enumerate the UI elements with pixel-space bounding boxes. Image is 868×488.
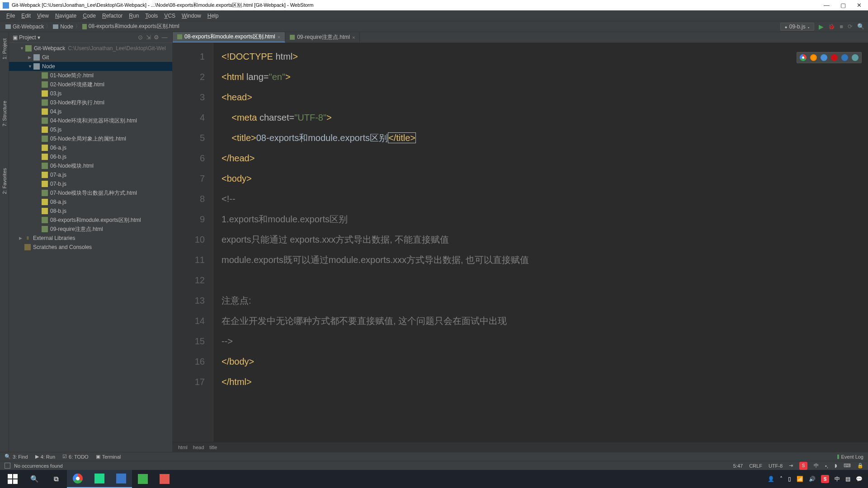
opera-icon[interactable] [831,54,838,61]
menu-file[interactable]: File [4,12,18,20]
task-view-button[interactable]: ⧉ [45,470,67,488]
tree-item[interactable]: 08-b.js [9,206,172,216]
menu-refactor[interactable]: Refactor [99,12,125,20]
find-tool-button[interactable]: 🔍 3: Find [5,454,28,460]
code-line[interactable]: <meta charset="UTF-8"> [222,108,868,128]
tree-item[interactable]: 05.js [9,125,172,134]
code-editor[interactable]: 1234567891011121314151617 <!DOCTYPE html… [173,43,868,442]
editor-tab[interactable]: 09-require注意点.html× [285,32,360,42]
notifications-icon[interactable]: 💬 [856,476,863,482]
menu-edit[interactable]: Edit [19,12,33,20]
debug-button[interactable]: 🐞 [828,23,835,30]
app3-taskbar[interactable] [110,470,132,488]
code-line[interactable]: <!-- [222,189,868,209]
tree-external-libraries[interactable]: ▶⫴External Libraries [9,234,172,243]
tree-item[interactable]: 06-a.js [9,143,172,152]
caret-position[interactable]: 5:47 [733,463,743,469]
tree-item[interactable]: 06-b.js [9,152,172,161]
project-tree[interactable]: ▼Git-WebpackC:\Users\Jonathan_Lee\Deskto… [9,43,172,452]
chrome-taskbar[interactable] [67,470,89,488]
ime-punct[interactable]: •, [825,463,828,469]
code-line[interactable]: 💡 <title>08-exports和module.exports区别</ti… [222,128,868,148]
close-tab-icon[interactable]: × [278,34,280,40]
editor-crumb-html[interactable]: html [178,445,188,450]
search-button[interactable]: 🔍 [24,470,45,488]
tree-item[interactable]: 06-Node模块.html [9,161,172,170]
tool-windows-toggle[interactable] [5,463,10,469]
code-line[interactable]: </body> [222,352,868,372]
ime-full[interactable]: ◗ [835,463,837,469]
event-log-button[interactable]: Event Log [837,454,863,460]
toolstrip-structure[interactable]: 7: Structure [2,98,7,129]
settings-icon[interactable]: ⚙ [152,34,160,41]
tree-item[interactable]: 01-Node简介.html [9,71,172,80]
code-line[interactable]: exports只能通过 exports.xxx方式导出数据, 不能直接赋值 [222,230,868,250]
menu-help[interactable]: Help [205,12,222,20]
readonly-lock-icon[interactable]: 🔒 [857,463,863,469]
tree-item[interactable]: 08-a.js [9,197,172,206]
select-opened-file-icon[interactable]: ⊙ [136,34,144,41]
editor-crumb-head[interactable]: head [193,445,204,450]
tree-item[interactable]: 09-require注意点.html [9,225,172,234]
menu-view[interactable]: View [34,12,52,20]
menu-navigate[interactable]: Navigate [52,12,79,20]
menu-window[interactable]: Window [179,12,204,20]
code-content[interactable]: <!DOCTYPE html><html lang="en"><head> <m… [213,43,868,442]
update-button[interactable]: ⟳ [848,23,853,30]
sogou-tray-icon[interactable]: S [821,475,829,483]
hide-panel-icon[interactable]: — [160,34,169,41]
code-line[interactable]: <body> [222,169,868,189]
close-tab-icon[interactable]: × [352,35,355,40]
people-icon[interactable]: 👤 [768,476,774,482]
indent-config[interactable]: ⇥ [789,463,793,469]
tree-item[interactable]: 07-Node模块导出数据几种方式.html [9,188,172,197]
volume-icon[interactable]: 🔊 [809,476,816,482]
chrome-icon[interactable] [800,54,807,61]
run-button[interactable]: ▶ [819,23,824,30]
code-line[interactable]: 注意点: [222,291,868,311]
tree-item[interactable]: 04.js [9,107,172,116]
breadcrumb-root[interactable]: Git-Webpack [4,23,46,30]
code-line[interactable]: <head> [222,87,868,108]
menu-tools[interactable]: Tools [142,12,160,20]
code-line[interactable] [222,270,868,291]
tree-item[interactable]: 03.js [9,89,172,98]
tree-item[interactable]: ▶Git [9,53,172,62]
ime-indicator-ide[interactable]: S [799,462,807,470]
editor-crumb-title[interactable]: title [209,445,217,450]
system-tray[interactable]: 👤 ˄ ▯ 📶 🔊 S 中 ▤ 💬 [768,475,866,483]
search-everywhere-button[interactable]: 🔍 [857,23,864,30]
wifi-icon[interactable]: 📶 [797,476,803,482]
code-line[interactable]: 在企业开发中无论哪种方式都不要直接赋值, 这个问题只会在面试中出现 [222,311,868,331]
code-line[interactable]: <!DOCTYPE html> [222,47,868,67]
tree-item[interactable]: 05-Node全局对象上的属性.html [9,134,172,143]
toolstrip-project[interactable]: 1: Project [2,36,7,62]
tree-item[interactable]: 07-a.js [9,170,172,179]
start-button[interactable] [2,470,24,488]
code-line[interactable]: </html> [222,372,868,392]
menu-run[interactable]: Run [126,12,142,20]
app5-taskbar[interactable] [154,470,175,488]
code-line[interactable]: </head> [222,148,868,169]
code-line[interactable]: --> [222,331,868,352]
webstorm-taskbar[interactable] [89,470,110,488]
line-separator[interactable]: CRLF [749,463,762,469]
tray-expand-icon[interactable]: ˄ [780,476,783,482]
menu-vcs[interactable]: VCS [161,12,178,20]
ime-tray[interactable]: 中 [835,475,840,483]
builtin-preview-icon[interactable] [852,54,859,61]
tree-item[interactable]: 04-Node环境和浏览器环境区别.html [9,116,172,125]
tree-item[interactable]: 08-exports和module.exports区别.html [9,216,172,225]
todo-tool-button[interactable]: ☑ 6: TODO [62,454,89,460]
tree-item[interactable]: 07-b.js [9,179,172,188]
tree-item[interactable]: 03-Node程序执行.html [9,98,172,107]
code-line[interactable]: 1.exports和module.exports区别 [222,209,868,230]
file-encoding[interactable]: UTF-8 [769,463,783,469]
menu-code[interactable]: Code [80,12,99,20]
stop-button[interactable]: ■ [840,23,843,30]
firefox-icon[interactable] [810,54,817,61]
safari-icon[interactable] [821,54,827,61]
tree-scratches[interactable]: Scratches and Consoles [9,243,172,252]
expand-all-icon[interactable]: ⇲ [144,34,152,41]
app4-taskbar[interactable] [132,470,154,488]
